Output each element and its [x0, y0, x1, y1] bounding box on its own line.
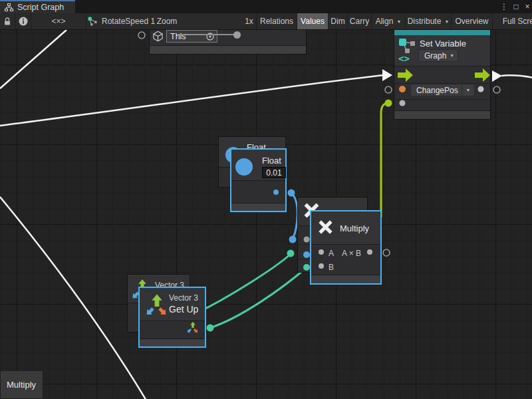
row-divider	[394, 99, 490, 100]
script-graph-icon	[88, 17, 98, 26]
code-view-button[interactable]: <×>	[31, 13, 86, 29]
zoom-slider-handle[interactable]	[233, 31, 241, 39]
graph-toolbar: <×> RotateSpeed 1 Zoom 1x Relations Valu…	[0, 13, 532, 30]
float-icon	[235, 158, 253, 176]
carry-button[interactable]: Carry	[348, 13, 372, 29]
unity-script-graph-window: This <> Set Variable Graph ▼ ChangePos ▼	[0, 0, 532, 399]
relations-button[interactable]: Relations	[257, 13, 297, 29]
get-up-subtitle: Vector 3	[169, 293, 198, 303]
float-footer	[231, 203, 285, 211]
this-node[interactable]: This	[149, 27, 307, 55]
float-node[interactable]: Float 0.01	[231, 149, 286, 211]
chevron-down-icon: ▼	[396, 19, 401, 24]
variable-kind-bar	[394, 30, 490, 35]
window-tab-bar: Script Graph ⋮ □ ×	[0, 0, 532, 13]
set-variable-title: Set Variable	[420, 39, 466, 49]
lock-button[interactable]	[0, 13, 15, 29]
info-button[interactable]	[15, 13, 31, 29]
multiply-title: Multiply	[340, 223, 369, 233]
row-divider	[298, 244, 311, 245]
chevron-down-icon: ▼	[444, 19, 449, 24]
values-button[interactable]: Values	[297, 13, 329, 29]
get-up-title: Get Up	[169, 304, 198, 315]
distribute-dropdown[interactable]: Distribute▼	[406, 13, 452, 29]
overview-button[interactable]: Overview	[452, 13, 493, 29]
graph-icon	[5, 3, 13, 11]
set-variable-node[interactable]: <> Set Variable Graph ▼ ChangePos ▼	[394, 29, 491, 120]
info-icon	[19, 17, 28, 26]
window-maximize-button[interactable]: □	[511, 0, 521, 13]
window-menu-button[interactable]: ⋮	[499, 0, 509, 13]
zoom-value: 1x	[242, 13, 257, 29]
graph-name: RotateSpeed 1	[102, 17, 155, 26]
multiply-output-label: A × B	[342, 249, 361, 258]
multiply-node-corner[interactable]: Multiply	[0, 370, 43, 399]
get-up-node[interactable]: Vector 3 Get Up	[139, 287, 205, 347]
graph-breadcrumb[interactable]: RotateSpeed 1	[86, 13, 157, 29]
variable-name-value: ChangePos	[416, 86, 458, 95]
window-close-button[interactable]: ×	[523, 0, 532, 13]
multiply-input-a-label: A	[329, 249, 334, 258]
float-value: 0.01	[266, 168, 281, 178]
align-dropdown[interactable]: Align▼	[372, 13, 406, 29]
row-divider	[298, 259, 311, 259]
multiply-icon	[317, 219, 334, 235]
fullscreen-button[interactable]: Full Screen	[493, 13, 532, 29]
tab-script-graph[interactable]: Script Graph	[0, 0, 75, 13]
float-title: Float	[262, 156, 281, 166]
cube-icon	[152, 31, 164, 42]
multiply-node[interactable]: Multiply A A × B B	[311, 211, 381, 284]
set-variable-icon: <>	[398, 38, 416, 63]
set-variable-footer	[394, 110, 490, 119]
variable-scope-value: Graph	[424, 51, 446, 61]
multiply-input-b-label: B	[329, 263, 334, 272]
zoom-label: Zoom	[157, 13, 177, 29]
dim-button[interactable]: Dim	[329, 13, 348, 29]
vector3-downleft-arrow-icon	[129, 291, 140, 302]
vector3-output-icon	[186, 322, 198, 334]
corner-node-title: Multiply	[7, 380, 36, 390]
lock-icon	[3, 17, 11, 26]
this-object-field[interactable]: This	[166, 30, 217, 43]
get-up-footer	[140, 338, 205, 346]
multiply-footer	[311, 275, 380, 283]
chevron-down-icon[interactable]: ▼	[462, 84, 474, 96]
this-node-footer	[150, 45, 306, 54]
chevron-down-icon: ▼	[450, 53, 454, 58]
svg-text:<>: <>	[398, 53, 410, 63]
zoom-slider-track[interactable]	[178, 34, 237, 35]
vector3-icon	[144, 291, 169, 319]
code-icon: <×>	[51, 17, 65, 26]
variable-name-dropdown[interactable]: ChangePos ▼	[410, 84, 475, 96]
this-object-field-value: This	[170, 32, 186, 41]
variable-scope-dropdown[interactable]: Graph ▼	[418, 49, 458, 62]
tab-title: Script Graph	[17, 3, 64, 12]
float-value-field[interactable]: 0.01	[262, 167, 286, 178]
